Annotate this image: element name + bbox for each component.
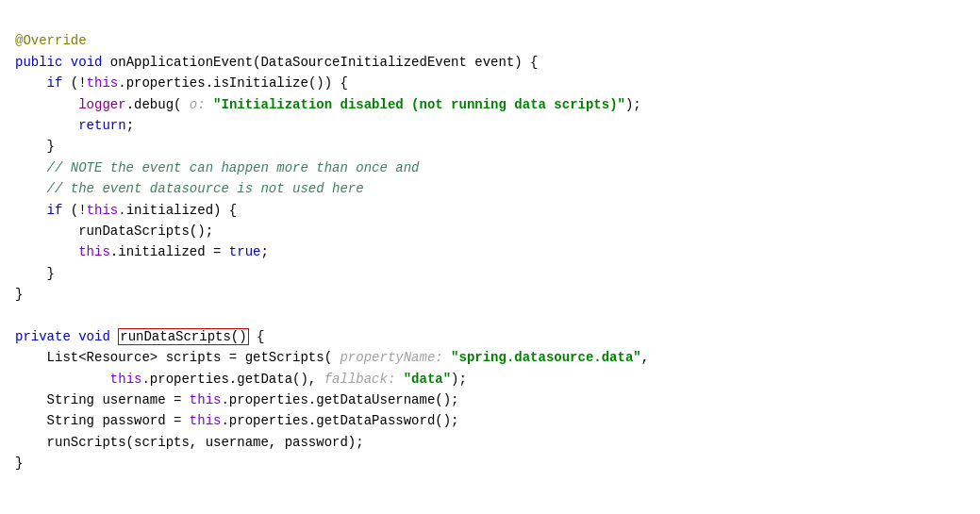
this-1: this xyxy=(87,75,119,91)
comment-1: // NOTE the event can happen more than o… xyxy=(47,160,420,175)
keyword-true: true xyxy=(229,244,261,259)
keyword-void-2: void xyxy=(78,329,110,344)
string-1: "Initialization disabled (not running da… xyxy=(206,97,625,112)
string-3: "data" xyxy=(395,372,451,387)
this-5: this xyxy=(190,392,222,407)
keyword-public: public xyxy=(15,55,62,70)
method-highlight: runDataScripts() xyxy=(118,328,248,345)
logger-call: logger xyxy=(78,97,125,112)
keyword-return: return xyxy=(78,118,125,133)
annotation: @Override xyxy=(15,33,87,48)
string-2: "spring.datasource.data" xyxy=(443,350,641,365)
param-hint-property: propertyName: xyxy=(340,350,442,365)
this-4: this xyxy=(110,372,142,387)
this-6: this xyxy=(190,413,222,428)
keyword-private: private xyxy=(15,329,71,344)
code-editor: @Override public void onApplicationEvent… xyxy=(15,9,965,495)
keyword-void: void xyxy=(71,55,103,70)
this-2: this xyxy=(87,203,119,218)
param-hint-fallback: fallback: xyxy=(324,372,396,387)
param-hint-o: o: xyxy=(190,97,206,112)
keyword-if-2: if xyxy=(47,203,63,218)
this-3: this xyxy=(78,244,110,259)
keyword-if-1: if xyxy=(47,75,63,91)
comment-2: // the event datasource is not used here xyxy=(47,181,364,196)
